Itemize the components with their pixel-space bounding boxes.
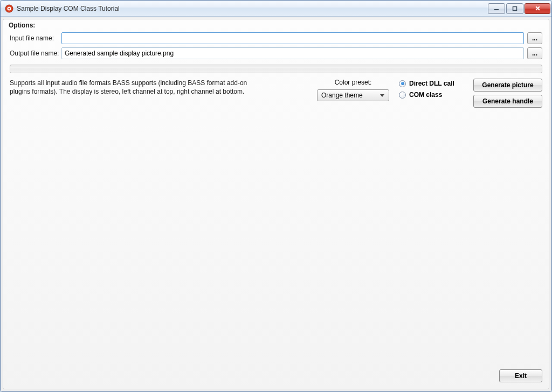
call-mode-radios: Direct DLL call COM class xyxy=(399,79,464,108)
options-group-title: Options: xyxy=(9,22,542,29)
output-file-field[interactable] xyxy=(61,47,524,59)
radio-com-label: COM class xyxy=(409,91,442,99)
maximize-button[interactable] xyxy=(506,3,523,14)
footer: Exit xyxy=(10,369,542,382)
output-file-row: Output file name: ... xyxy=(10,47,542,59)
radio-direct-label: Direct DLL call xyxy=(409,80,454,87)
generate-picture-button[interactable]: Generate picture xyxy=(473,79,542,92)
browse-output-button[interactable]: ... xyxy=(527,47,542,59)
minimize-button[interactable] xyxy=(488,3,505,14)
options-row: Supports all input audio file formats BA… xyxy=(10,79,542,108)
svg-point-2 xyxy=(8,8,10,9)
generate-buttons: Generate picture Generate handle xyxy=(473,79,542,108)
exit-button[interactable]: Exit xyxy=(499,369,542,382)
svg-rect-4 xyxy=(513,6,517,10)
color-preset-selected: Orange theme xyxy=(321,92,363,99)
input-file-label: Input file name: xyxy=(10,34,61,42)
chevron-down-icon xyxy=(378,92,387,99)
color-preset-select[interactable]: Orange theme xyxy=(317,89,389,101)
app-icon xyxy=(5,4,13,13)
color-preset-block: Color preset: Orange theme xyxy=(317,79,389,108)
options-group: Options: Input file name: ... Output fil… xyxy=(3,19,549,389)
window-controls xyxy=(487,3,550,14)
radio-dot-icon xyxy=(399,80,406,87)
output-file-label: Output file name: xyxy=(10,50,61,57)
radio-dot-icon xyxy=(399,92,406,99)
input-file-field[interactable] xyxy=(61,32,524,44)
radio-com-class[interactable]: COM class xyxy=(399,91,464,99)
titlebar[interactable]: Sample Display COM Class Tutorial xyxy=(1,1,551,17)
browse-input-button[interactable]: ... xyxy=(527,32,542,44)
client-area: Options: Input file name: ... Output fil… xyxy=(1,17,551,391)
app-window: Sample Display COM Class Tutorial Option… xyxy=(0,0,552,392)
close-button[interactable] xyxy=(525,3,550,14)
support-text: Supports all input audio file formats BA… xyxy=(10,79,263,108)
progress-bar xyxy=(10,65,542,73)
input-file-row: Input file name: ... xyxy=(10,32,542,44)
generate-handle-button[interactable]: Generate handle xyxy=(473,95,542,108)
color-preset-label: Color preset: xyxy=(335,79,372,86)
radio-direct-dll[interactable]: Direct DLL call xyxy=(399,80,464,87)
window-title: Sample Display COM Class Tutorial xyxy=(17,5,487,12)
